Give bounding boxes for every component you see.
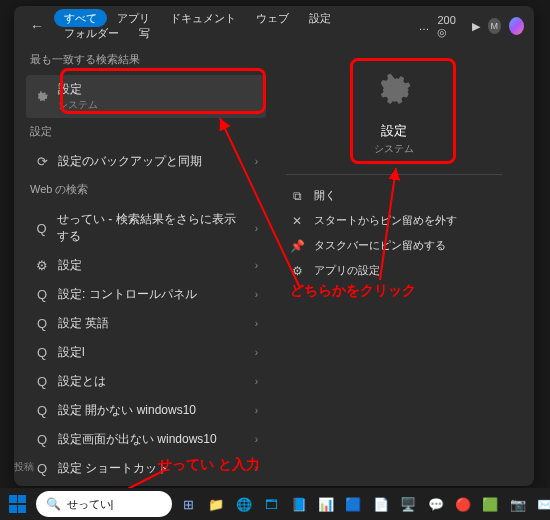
results-left-column: 最も一致する検索結果 設定 システム 設定 ⟳設定のバックアップと同期› Web…	[26, 46, 266, 483]
taskbar-app-icon[interactable]: ✉️	[535, 493, 550, 515]
account-avatar[interactable]: M	[488, 18, 501, 34]
chevron-right-icon: ›	[255, 376, 258, 387]
chevron-right-icon: ›	[255, 260, 258, 271]
taskbar-app-icon[interactable]: 🔴	[452, 493, 473, 515]
action-icon: 📌	[290, 239, 304, 253]
search-result-item[interactable]: Q設定画面が出ない windows10›	[26, 425, 266, 454]
ellipsis-icon[interactable]: …	[418, 20, 429, 32]
result-label: 設定画面が出ない windows10	[58, 431, 217, 448]
taskbar-app-icon[interactable]: 📊	[315, 493, 336, 515]
preview-card[interactable]: 設定 システム	[286, 56, 502, 174]
chevron-right-icon: ›	[255, 318, 258, 329]
external-label: 投稿	[14, 460, 34, 474]
back-button[interactable]: ←	[24, 16, 50, 36]
action-label: スタートからピン留めを外す	[314, 213, 457, 228]
preview-action[interactable]: ✕スタートからピン留めを外す	[286, 208, 502, 233]
result-icon: Q	[34, 220, 49, 236]
taskbar-app-icon[interactable]: 💬	[425, 493, 446, 515]
taskbar-search-box[interactable]: 🔍 せってい|	[36, 491, 173, 517]
search-topbar: ← すべてアプリドキュメントウェブ設定フォルダー写 … 200 ◎ ▶ M	[14, 6, 534, 46]
taskbar-search-value: せってい|	[67, 497, 114, 512]
result-icon: ⟳	[34, 154, 50, 170]
result-icon: Q	[34, 461, 50, 477]
filter-tab[interactable]: ウェブ	[246, 9, 299, 27]
action-icon: ⧉	[290, 189, 304, 203]
filter-tab[interactable]: フォルダー	[54, 24, 129, 42]
search-result-item[interactable]: Q設定l›	[26, 338, 266, 367]
preview-action[interactable]: ⚙アプリの設定	[286, 258, 502, 283]
preview-subtitle: システム	[374, 142, 414, 156]
taskbar-app-icon[interactable]: 📘	[288, 493, 309, 515]
chevron-right-icon: ›	[255, 289, 258, 300]
preview-actions: ⧉開く✕スタートからピン留めを外す📌タスクバーにピン留めする⚙アプリの設定	[286, 174, 502, 283]
rewards-points[interactable]: 200 ◎	[437, 14, 463, 39]
start-button[interactable]	[6, 492, 30, 516]
result-icon: Q	[34, 403, 50, 419]
chevron-right-icon: ›	[255, 156, 258, 167]
taskbar-app-icon[interactable]: 🖥️	[398, 493, 419, 515]
preview-column: 設定 システム ⧉開く✕スタートからピン留めを外す📌タスクバーにピン留めする⚙ア…	[266, 46, 522, 483]
taskbar-app-icon[interactable]: 📄	[370, 493, 391, 515]
chevron-right-icon: ›	[255, 434, 258, 445]
result-icon: Q	[34, 432, 50, 448]
search-result-item[interactable]: Q設定 ショートカット›	[26, 454, 266, 483]
taskbar: 🔍 せってい| ⊞ 📁 🌐 🗔 📘 📊 🟦 📄 🖥️ 💬 🔴 🟩 📷 ✉️	[0, 488, 550, 520]
search-result-item[interactable]: Q設定: コントロールパネル›	[26, 280, 266, 309]
preview-title: 設定	[381, 122, 407, 140]
preview-action[interactable]: 📌タスクバーにピン留めする	[286, 233, 502, 258]
windows-search-panel: ← すべてアプリドキュメントウェブ設定フォルダー写 … 200 ◎ ▶ M 最も…	[14, 6, 534, 486]
taskbar-app-icon[interactable]: 📁	[206, 493, 227, 515]
chevron-right-icon: ›	[255, 223, 258, 234]
group-header-settings: 設定	[30, 124, 266, 139]
taskbar-app-icon[interactable]: 🟩	[480, 493, 501, 515]
search-result-item[interactable]: Q設定 開かない windows10›	[26, 396, 266, 425]
search-result-item[interactable]: Q設定 英語›	[26, 309, 266, 338]
result-label: 設定のバックアップと同期	[58, 153, 202, 170]
result-label: せってい - 検索結果をさらに表示する	[57, 211, 247, 245]
action-icon: ⚙	[290, 264, 304, 278]
top-right-controls: … 200 ◎ ▶ M	[418, 14, 524, 39]
taskbar-app-icon[interactable]: 🟦	[343, 493, 364, 515]
best-match-subtitle: システム	[58, 98, 98, 112]
result-label: 設定l	[58, 344, 85, 361]
taskbar-app-icon[interactable]: 🗔	[261, 493, 282, 515]
result-icon: Q	[34, 287, 50, 303]
result-label: 設定	[58, 257, 82, 274]
chevron-right-icon: ›	[255, 463, 258, 474]
search-result-item[interactable]: ⚙設定›	[26, 251, 266, 280]
search-result-item[interactable]: ⟳設定のバックアップと同期›	[26, 147, 266, 176]
filter-tab[interactable]: ドキュメント	[160, 9, 246, 27]
chevron-right-icon: ›	[255, 347, 258, 358]
gear-icon	[372, 68, 416, 112]
action-icon: ✕	[290, 214, 304, 228]
gear-icon	[34, 89, 50, 105]
filter-tab[interactable]: 写	[129, 24, 160, 42]
result-icon: Q	[34, 374, 50, 390]
taskbar-app-icon[interactable]: 🌐	[233, 493, 254, 515]
best-match-header: 最も一致する検索結果	[30, 52, 266, 67]
search-icon: 🔍	[46, 497, 61, 511]
chevron-right-icon: ›	[255, 405, 258, 416]
play-icon[interactable]: ▶	[472, 20, 480, 33]
result-label: 設定 英語	[58, 315, 109, 332]
result-label: 設定: コントロールパネル	[58, 286, 197, 303]
result-icon: Q	[34, 316, 50, 332]
result-label: 設定とは	[58, 373, 106, 390]
copilot-icon[interactable]	[509, 17, 524, 35]
result-label: 設定 ショートカット	[58, 460, 169, 477]
preview-action[interactable]: ⧉開く	[286, 183, 502, 208]
result-label: 設定 開かない windows10	[58, 402, 196, 419]
search-result-item[interactable]: Q設定とは›	[26, 367, 266, 396]
best-match-title: 設定	[58, 81, 98, 98]
action-label: タスクバーにピン留めする	[314, 238, 446, 253]
taskbar-app-icon[interactable]: ⊞	[178, 493, 199, 515]
search-result-item[interactable]: Qせってい - 検索結果をさらに表示する›	[26, 205, 266, 251]
taskbar-app-icon[interactable]: 📷	[507, 493, 528, 515]
group-header-web: Web の検索	[30, 182, 266, 197]
filter-tab[interactable]: 設定	[299, 9, 341, 27]
result-icon: Q	[34, 345, 50, 361]
best-match-result[interactable]: 設定 システム	[26, 75, 266, 118]
action-label: 開く	[314, 188, 336, 203]
action-label: アプリの設定	[314, 263, 380, 278]
result-icon: ⚙	[34, 258, 50, 274]
